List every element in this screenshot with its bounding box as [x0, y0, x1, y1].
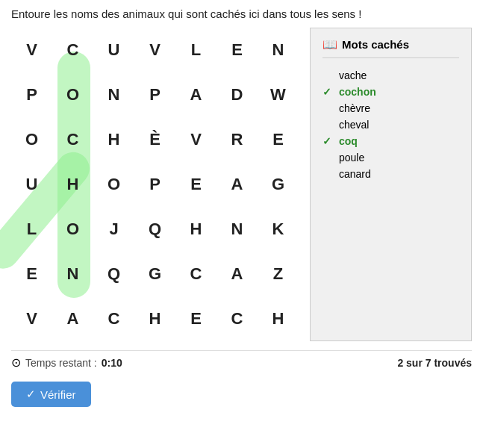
grid-cell: A: [216, 252, 258, 296]
grid-cell: G: [258, 162, 299, 207]
grid-cell: P: [134, 162, 175, 207]
grid-cell: V: [134, 28, 175, 72]
word-text: coq: [339, 135, 358, 147]
word-item: canard: [334, 166, 459, 182]
grid-cell: E: [175, 296, 216, 341]
word-check-icon: ✓: [322, 135, 334, 147]
word-text: chèvre: [339, 102, 370, 114]
score-text: 2 sur 7 trouvés: [397, 357, 472, 369]
grid-cell: O: [11, 117, 52, 162]
grid-cell: E: [11, 252, 52, 296]
word-text: cheval: [339, 119, 369, 131]
grid-cell: P: [134, 72, 175, 117]
grid-cell: N: [258, 28, 299, 72]
grid-cell: G: [134, 252, 175, 296]
grid-cell: H: [258, 296, 299, 341]
timer-section: ⊙ Temps restant : 0:10: [11, 355, 122, 370]
grid-cell: D: [216, 72, 258, 117]
grid-cell: È: [134, 117, 175, 162]
word-item: vache: [334, 67, 459, 84]
word-item: ✓coq: [334, 133, 459, 149]
book-icon: 📖: [322, 37, 337, 52]
grid-cell: W: [258, 72, 299, 117]
word-list: vache✓cochonchèvrecheval✓coqpoulecanard: [322, 67, 459, 182]
grid-cell: E: [216, 28, 258, 72]
grid-cell: O: [93, 162, 134, 207]
main-area: VCUVLENPONPADWOCHÈVREUHOPEAGLOJQHNKENQGC…: [11, 28, 472, 341]
word-list-panel: 📖 Mots cachés vache✓cochonchèvrecheval✓c…: [310, 28, 472, 341]
grid-cell: U: [93, 28, 134, 72]
grid-cell: H: [134, 296, 175, 341]
grid-cell: C: [175, 252, 216, 296]
footer: ⊙ Temps restant : 0:10 2 sur 7 trouvés: [11, 350, 472, 374]
grid-cell: A: [216, 162, 258, 207]
word-text: vache: [339, 69, 367, 81]
grid-cell: P: [11, 72, 52, 117]
verify-checkmark: ✓: [26, 388, 36, 401]
main-container: Entoure les noms des animaux qui sont ca…: [0, 0, 483, 414]
word-item: poule: [334, 149, 459, 166]
word-list-title: 📖 Mots cachés: [322, 37, 459, 58]
grid-cell: A: [52, 296, 93, 341]
grid-cell: K: [258, 207, 299, 252]
grid-cell: O: [52, 72, 93, 117]
grid-cell: C: [52, 117, 93, 162]
word-item: chèvre: [334, 100, 459, 116]
grid-cell: Q: [134, 207, 175, 252]
grid-cell: J: [93, 207, 134, 252]
verify-label: Vérifier: [40, 388, 76, 401]
grid-cell: C: [52, 28, 93, 72]
grid-cell: N: [93, 72, 134, 117]
timer-label: Temps restant :: [25, 357, 97, 369]
grid-cell: Q: [93, 252, 134, 296]
grid-cell: E: [258, 117, 299, 162]
timer-value: 0:10: [102, 357, 122, 369]
grid-cell: A: [175, 72, 216, 117]
grid-cell: V: [11, 296, 52, 341]
word-item: ✓cochon: [334, 84, 459, 100]
grid-cell: O: [52, 207, 93, 252]
grid-cell: U: [11, 162, 52, 207]
grid-cell: L: [175, 28, 216, 72]
grid-cell: N: [216, 207, 258, 252]
grid-cell: H: [93, 117, 134, 162]
grid-cell: L: [11, 207, 52, 252]
word-text: cochon: [339, 86, 376, 98]
word-text: poule: [339, 152, 364, 164]
word-list-title-text: Mots cachés: [342, 38, 409, 51]
grid-area: VCUVLENPONPADWOCHÈVREUHOPEAGLOJQHNKENQGC…: [11, 28, 310, 341]
timer-icon: ⊙: [11, 355, 21, 370]
grid-cell: V: [175, 117, 216, 162]
grid-cell: C: [216, 296, 258, 341]
instruction-text: Entoure les noms des animaux qui sont ca…: [11, 7, 472, 20]
word-text: canard: [339, 168, 371, 180]
grid-cell: V: [11, 28, 52, 72]
grid-cell: H: [175, 207, 216, 252]
grid-cell: C: [93, 296, 134, 341]
grid-cell: H: [52, 162, 93, 207]
verify-button[interactable]: ✓ Vérifier: [11, 382, 91, 407]
grid-cell: R: [216, 117, 258, 162]
word-search-grid: VCUVLENPONPADWOCHÈVREUHOPEAGLOJQHNKENQGC…: [11, 28, 299, 341]
grid-cell: N: [52, 252, 93, 296]
grid-cell: E: [175, 162, 216, 207]
word-item: cheval: [334, 116, 459, 133]
word-check-icon: ✓: [322, 86, 334, 98]
grid-cell: Z: [258, 252, 299, 296]
